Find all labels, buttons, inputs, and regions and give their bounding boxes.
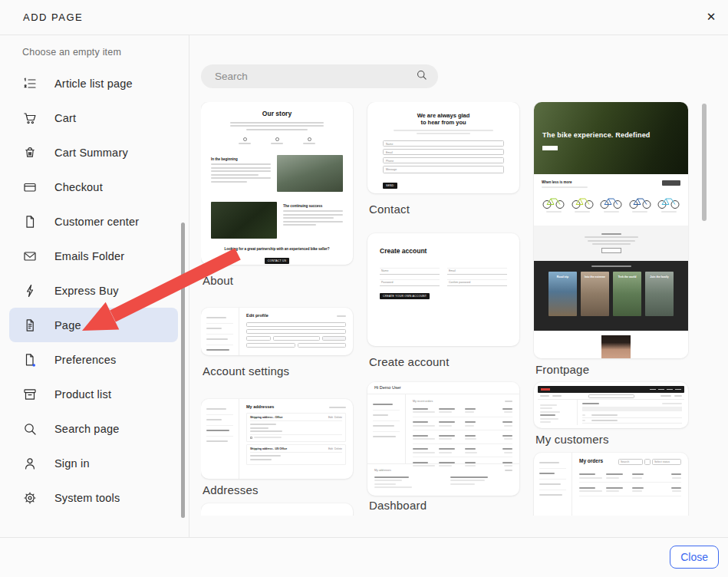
lightning-icon	[22, 283, 38, 298]
template-card-partial[interactable]	[201, 503, 353, 516]
template-label-frontpage: Frontpage	[535, 363, 688, 376]
template-label-create-account: Create account	[369, 355, 519, 368]
sidebar-item-label: Page	[54, 319, 81, 331]
template-card-addresses[interactable]: My addresses Shipping address - Office E…	[201, 399, 353, 479]
sidebar: Choose an empty item Article list page C…	[0, 35, 189, 537]
template-column-1: Our story In the beginning	[201, 102, 353, 516]
template-label-addresses: Addresses	[203, 483, 353, 496]
sidebar-item-cart-summary[interactable]: Cart Summary	[9, 135, 178, 170]
sidebar-item-label: Product list	[54, 388, 111, 401]
template-column-2: We are always glad to hear from you Name…	[367, 102, 519, 516]
template-label-account-settings: Account settings	[203, 364, 353, 378]
about-thumb-footer: Looking for a great partnership with an …	[201, 247, 353, 265]
sidebar-item-emails-folder[interactable]: Emails Folder	[9, 239, 178, 273]
template-card-my-orders[interactable]: My orders Search Select status	[534, 453, 688, 516]
sidebar-item-label: System tools	[54, 492, 120, 504]
frontpage-thumb-products: When less is more	[534, 174, 688, 226]
search-icon	[416, 69, 427, 84]
frontpage-thumb-gallery-card: Road trip	[548, 272, 577, 316]
sidebar-item-label: Cart	[54, 112, 76, 124]
create-account-thumb-button: CREATE YOUR OWN ACCOUNT	[380, 293, 430, 299]
sidebar-item-preferences[interactable]: Preferences	[9, 342, 178, 377]
my-orders-thumb-nav	[534, 453, 572, 516]
template-browser: Our story In the beginning	[189, 35, 728, 537]
contact-thumb-button: SEND	[383, 183, 397, 189]
sidebar-item-label: Cart Summary	[54, 147, 128, 159]
sidebar-item-system-tools[interactable]: System tools	[9, 480, 178, 515]
sidebar-item-sign-in[interactable]: Sign in	[9, 446, 178, 480]
sidebar-item-product-list[interactable]: Product list	[9, 377, 178, 411]
frontpage-thumb-gallery-card: Join the family	[645, 272, 674, 316]
sidebar-item-label: Checkout	[54, 181, 103, 193]
archive-icon	[22, 387, 38, 402]
modal-footer: Close	[0, 537, 728, 577]
credit-card-icon	[22, 180, 38, 195]
template-card-dashboard[interactable]: Hi Demo User My recent ord	[367, 382, 519, 496]
sidebar-item-express-buy[interactable]: Express Buy	[9, 273, 178, 308]
template-label-about: About	[203, 274, 353, 287]
frontpage-thumb-portrait-photo	[601, 335, 631, 358]
dashboard-thumb-header: Hi Demo User	[367, 382, 519, 394]
frontpage-thumb-gallery-card: Into the extreme	[581, 272, 609, 316]
addresses-thumb-nav	[201, 399, 239, 479]
template-column-3: The bike experience. Redefined When less…	[534, 102, 688, 516]
account-settings-thumb-nav	[201, 308, 239, 355]
template-card-frontpage[interactable]: The bike experience. Redefined When less…	[534, 102, 688, 358]
template-card-my-customers[interactable]	[534, 382, 688, 428]
about-thumb-photo-2	[211, 202, 277, 239]
search-input[interactable]	[201, 71, 416, 82]
contact-thumb: We are always glad to hear from you Name…	[367, 102, 519, 190]
template-card-about[interactable]: Our story In the beginning	[201, 102, 353, 265]
search-bar[interactable]	[201, 64, 438, 88]
frontpage-thumb-hero-button	[542, 146, 558, 150]
sidebar-scrollbar[interactable]	[181, 223, 185, 518]
frontpage-thumb-info-section	[534, 226, 688, 261]
my-orders-thumb-content: My orders Search Select status	[572, 453, 688, 516]
page-icon	[22, 318, 38, 333]
about-thumb-section-1: In the beginning	[201, 155, 353, 192]
person-icon	[22, 456, 38, 471]
add-page-modal: ADD PAGE ✕ Choose an empty item Article …	[0, 0, 728, 577]
dashboard-thumb-orders: My recent orders	[406, 394, 519, 463]
frontpage-thumb-footer	[534, 335, 688, 358]
dashboard-thumb-nav	[367, 394, 406, 463]
sidebar-item-cart[interactable]: Cart	[9, 101, 178, 135]
basket-icon	[22, 145, 38, 160]
template-label-dashboard: Dashboard	[369, 499, 519, 512]
template-label-contact: Contact	[369, 203, 519, 216]
template-card-account-settings[interactable]: Edit profile	[201, 308, 353, 355]
template-card-contact[interactable]: We are always glad to hear from you Name…	[367, 102, 519, 193]
modal-header: ADD PAGE ✕	[0, 0, 728, 35]
template-grid: Our story In the beginning	[201, 102, 692, 516]
cart-icon	[22, 110, 38, 126]
about-thumb-section-2: The continuing success	[201, 202, 353, 239]
close-icon[interactable]: ✕	[703, 10, 719, 24]
sidebar-item-customer-center[interactable]: Customer center	[9, 204, 178, 239]
gear-icon	[22, 490, 38, 506]
create-account-thumb: Create account Name Email Password Confi…	[367, 233, 519, 300]
file-icon	[22, 214, 38, 229]
sidebar-item-page[interactable]: Page	[9, 308, 178, 342]
sidebar-item-label: Customer center	[54, 216, 139, 228]
sidebar-item-label: Search page	[54, 423, 119, 435]
addresses-thumb-content: My addresses Shipping address - Office E…	[239, 399, 353, 479]
sidebar-item-article-list-page[interactable]: Article list page	[9, 66, 178, 101]
frontpage-thumb-hero: The bike experience. Redefined	[534, 102, 688, 174]
file-dot-icon	[22, 352, 38, 368]
sidebar-item-checkout[interactable]: Checkout	[9, 170, 178, 204]
template-card-create-account[interactable]: Create account Name Email Password Confi…	[367, 233, 519, 346]
about-thumb-button: CONTACT US	[265, 258, 289, 264]
sidebar-item-label: Article list page	[54, 77, 133, 90]
content-scrollbar[interactable]	[702, 104, 707, 221]
sidebar-item-label: Sign in	[54, 457, 90, 470]
my-customers-thumb	[534, 382, 688, 428]
close-button[interactable]: Close	[670, 546, 719, 569]
modal-title: ADD PAGE	[23, 12, 83, 23]
envelope-icon	[22, 249, 38, 264]
numbered-list-icon	[22, 76, 38, 91]
template-label-my-customers: My customers	[535, 433, 688, 446]
search-icon	[22, 421, 38, 437]
sidebar-item-search-page[interactable]: Search page	[9, 411, 178, 446]
frontpage-thumb-gallery: Road trip Into the extreme Trek the worl…	[534, 261, 688, 331]
sidebar-item-label: Emails Folder	[54, 250, 124, 262]
